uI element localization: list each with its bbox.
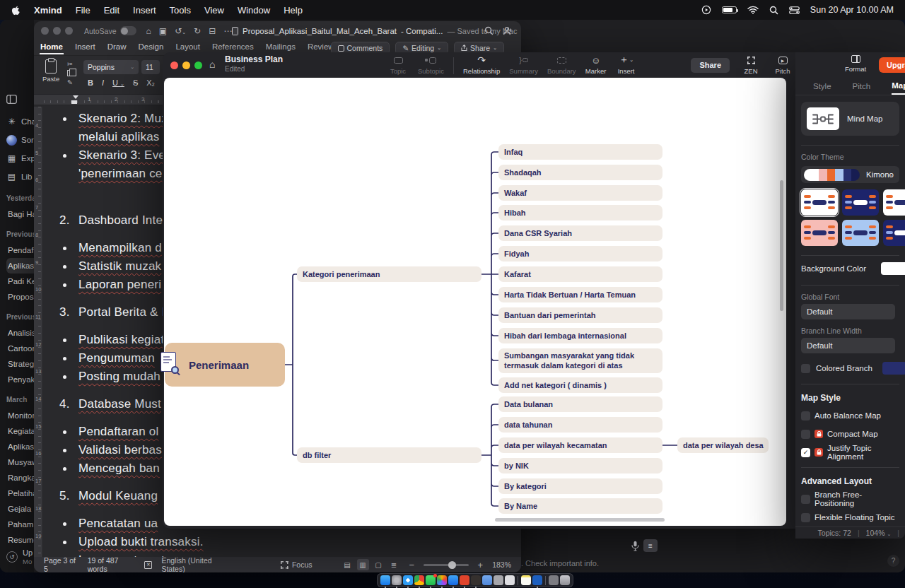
panel-tab-style[interactable]: Style: [813, 82, 831, 90]
theme-thumbnail[interactable]: [842, 220, 879, 246]
dock-notes-icon[interactable]: [521, 575, 531, 585]
format-subscript-button[interactable]: X₂: [146, 78, 155, 87]
mindmap-subtopic[interactable]: Bantuan dari pemerintah: [498, 307, 662, 323]
mindmap-subtopic[interactable]: by NIK: [498, 458, 662, 474]
history-item[interactable]: Musyawa: [6, 454, 34, 470]
history-item[interactable]: Paham A: [6, 517, 34, 532]
autosave-switch[interactable]: [120, 26, 136, 35]
menu-app-name[interactable]: Xmind: [34, 5, 62, 16]
format-button[interactable]: Format: [845, 55, 866, 73]
menu-clock[interactable]: Sun 20 Apr 10.00 AM: [810, 5, 894, 15]
spotlight-icon[interactable]: [769, 6, 778, 15]
relationship-button[interactable]: ↷Relationship: [463, 55, 500, 75]
zoom-in-button[interactable]: +: [478, 560, 484, 570]
checkbox[interactable]: [801, 495, 810, 504]
checkbox[interactable]: [801, 430, 810, 439]
branch-width-select[interactable]: Default: [801, 338, 895, 353]
option-flexible-floating-topic[interactable]: Flexible Floating Topic: [801, 512, 899, 523]
sidebar-toggle-icon[interactable]: [6, 95, 34, 104]
tab-home[interactable]: Home: [40, 41, 64, 54]
dock-window-mini-icon[interactable]: [549, 575, 559, 585]
wifi-icon[interactable]: [747, 6, 759, 14]
mindmap-topic[interactable]: db filter: [297, 447, 481, 463]
history-item[interactable]: Rangkai: [6, 470, 34, 486]
option-compact-map[interactable]: Compact Map: [801, 428, 899, 440]
dock-settings-icon[interactable]: [392, 575, 402, 585]
theme-thumbnail[interactable]: [842, 189, 879, 216]
vertical-ruler[interactable]: 4567891011121314151617181920: [34, 107, 43, 557]
panel-tab-map[interactable]: Map: [892, 78, 905, 95]
canvas-zoom-level[interactable]: 104% ⌄: [866, 529, 892, 537]
mindmap-subtopic[interactable]: Fidyah: [498, 246, 662, 261]
cut-icon[interactable]: ✂: [67, 60, 73, 68]
tab-draw[interactable]: Draw: [107, 41, 127, 54]
zoom-slider[interactable]: [424, 564, 468, 566]
global-font-select[interactable]: Default: [801, 304, 895, 319]
option-justify-topic-alignment[interactable]: ✓Justify Topic Alignment: [801, 447, 899, 458]
print-icon[interactable]: ⊟: [209, 26, 216, 36]
microphone-icon[interactable]: [631, 541, 639, 551]
format-italic-button[interactable]: I: [102, 78, 104, 87]
save-icon[interactable]: ▣: [159, 26, 167, 36]
page-indicator[interactable]: Page 3 of 5: [44, 556, 78, 572]
mindmap-subtopic[interactable]: Kafarat: [498, 266, 662, 282]
mindmap-subtopic[interactable]: data per wilayah kecamatan: [498, 437, 662, 453]
menu-insert[interactable]: Insert: [133, 5, 156, 16]
mindmap-subtopic[interactable]: By kategori: [498, 478, 662, 494]
history-item[interactable]: Aplikasi: [6, 439, 34, 454]
mindmap-subtopic[interactable]: Hibah dari lembaga internasional: [498, 328, 662, 343]
mindmap-subtopic[interactable]: Sumbangan masyarakat yang tidak termasuk…: [498, 348, 662, 373]
document-line[interactable]: Laporan otomat: [78, 551, 521, 557]
dock-safari-icon[interactable]: [403, 575, 413, 585]
canvas-vscrollbar[interactable]: [780, 180, 783, 311]
dock-trash-icon[interactable]: [560, 575, 570, 585]
sidebar-nav-sor[interactable]: Sor: [6, 131, 34, 149]
font-size-select[interactable]: 11: [141, 60, 160, 74]
menu-view[interactable]: View: [204, 5, 224, 16]
control-center-icon[interactable]: [789, 6, 800, 14]
panel-tab-pitch[interactable]: Pitch: [853, 82, 871, 90]
history-item[interactable]: Cartoon: [6, 341, 34, 356]
language-indicator[interactable]: English (United States): [161, 556, 230, 572]
dock-finder-icon[interactable]: [380, 575, 390, 585]
mindmap-subtopic[interactable]: Data bulanan: [498, 396, 662, 412]
window-controls[interactable]: [41, 27, 73, 35]
dock-whatsapp-icon[interactable]: [426, 575, 436, 585]
font-name-select[interactable]: Poppins⌄: [83, 60, 139, 74]
dock-chrome-icon[interactable]: [414, 575, 424, 585]
menu-file[interactable]: File: [76, 5, 90, 16]
option-auto-balance-map[interactable]: Auto Balance Map: [801, 410, 899, 421]
theme-select[interactable]: Kimono ⌄: [801, 166, 899, 183]
outline-view-icon[interactable]: ≣: [388, 559, 400, 570]
structure-card[interactable]: Mind Map: [801, 102, 899, 136]
document-line[interactable]: Upload bukti transaksi.: [78, 533, 521, 551]
word-count[interactable]: 19 of 487 words: [88, 556, 136, 572]
sidebar-nav-cha[interactable]: ✳Cha: [6, 112, 34, 131]
pitch-button[interactable]: ▶Pitch: [772, 55, 793, 75]
mindmap-canvas[interactable]: Penerimaan Kategori penerimaanInfaqShada…: [164, 78, 786, 526]
read-mode-icon[interactable]: ▤: [341, 559, 354, 570]
mindmap-subtopic[interactable]: Harta Tidak Bertuan / Harta Temuan: [498, 287, 662, 302]
theme-thumbnail[interactable]: [801, 220, 838, 246]
apple-menu-icon[interactable]: [11, 5, 21, 16]
share-user-icon[interactable]: [503, 26, 513, 35]
battery-icon[interactable]: [722, 6, 737, 13]
history-item[interactable]: Pendafta: [6, 242, 34, 258]
proofing-icon[interactable]: ✕: [144, 561, 152, 569]
checkbox[interactable]: [801, 513, 810, 522]
help-button[interactable]: ?: [887, 555, 899, 567]
zen-button[interactable]: ZEN: [740, 55, 761, 75]
web-layout-icon[interactable]: ▢: [373, 559, 385, 570]
mindmap-subtopic[interactable]: By Name: [498, 498, 662, 514]
upgrade-plan-item[interactable]: ↺ UpMo: [6, 548, 33, 565]
mindmap-topic[interactable]: Kategori penerimaan: [297, 266, 481, 282]
more-icon[interactable]: ⋯: [223, 26, 232, 36]
indent-box[interactable]: [71, 100, 77, 104]
mindmap-subtopic[interactable]: data tahunan: [498, 417, 662, 433]
format-bold-button[interactable]: B: [88, 78, 93, 87]
option-branch-free-positioning[interactable]: Branch Free-Positioning: [801, 493, 899, 505]
dock-device-icon[interactable]: [505, 575, 515, 585]
home-icon[interactable]: ⌂: [146, 26, 151, 36]
dock-photos-icon[interactable]: [437, 575, 447, 585]
tab-design[interactable]: Design: [138, 41, 165, 54]
